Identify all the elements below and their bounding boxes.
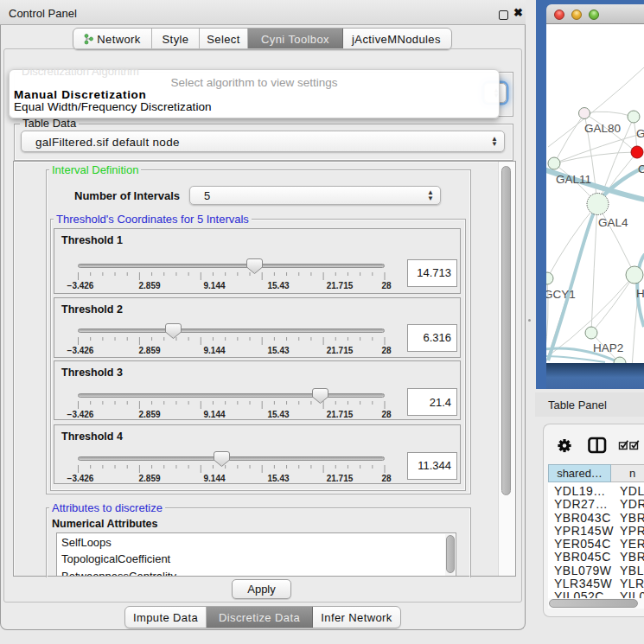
- svg-text:GAL11: GAL11: [556, 173, 591, 186]
- svg-text:HAP2: HAP2: [593, 341, 623, 354]
- svg-text:GA: GA: [636, 127, 644, 140]
- svg-text:GAL4: GAL4: [598, 216, 628, 229]
- svg-text:C: C: [638, 163, 644, 175]
- svg-text:GAL80: GAL80: [584, 122, 621, 135]
- svg-text:H: H: [636, 287, 644, 300]
- svg-text:GCY1: GCY1: [546, 288, 576, 301]
